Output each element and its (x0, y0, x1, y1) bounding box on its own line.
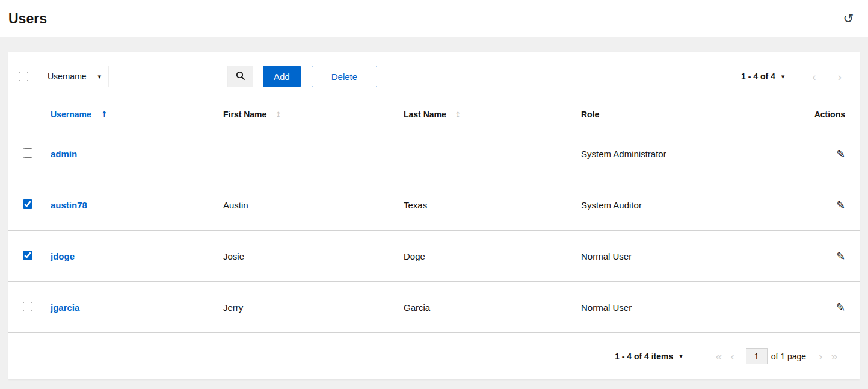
row-select-checkbox[interactable] (23, 148, 32, 158)
pencil-icon: ✎ (836, 199, 845, 211)
activity-history-button[interactable]: ↺ (843, 13, 854, 25)
column-header-username[interactable]: Username ↑ (51, 110, 223, 119)
angle-right-icon: › (838, 70, 842, 83)
angle-right-icon: › (819, 350, 822, 363)
column-header-last-name[interactable]: Last Name ↕ (404, 110, 581, 119)
filter-type-select[interactable]: Username ▾ (40, 66, 109, 87)
row-select-checkbox[interactable] (23, 199, 32, 209)
page-of-label: of 1 page (771, 352, 806, 361)
chevron-down-icon[interactable]: ▾ (781, 73, 785, 81)
first-name-cell: Josie (223, 251, 404, 261)
last-page-button[interactable]: » (826, 350, 842, 362)
first-name-cell: Jerry (223, 302, 404, 313)
list-toolbar: Username ▾ Add Delete 1 - 4 of 4 ▾ ‹ (8, 52, 860, 101)
column-header-actions: Actions (779, 110, 845, 119)
last-name-cell: Doge (404, 251, 581, 261)
username-link[interactable]: jgarcia (51, 302, 79, 313)
prev-page-button[interactable]: ‹ (808, 71, 819, 82)
pagination-summary: 1 - 4 of 4 (741, 72, 775, 81)
last-name-cell: Garcia (404, 302, 581, 313)
edit-user-button[interactable]: ✎ (836, 199, 845, 211)
column-label: Actions (814, 110, 845, 119)
search-button[interactable] (228, 66, 253, 87)
edit-user-button[interactable]: ✎ (836, 250, 845, 263)
column-header-first-name[interactable]: First Name ↕ (223, 110, 404, 119)
first-page-button[interactable]: « (712, 350, 727, 362)
chevron-down-icon[interactable]: ▾ (679, 352, 683, 360)
footer-pagination: 1 - 4 of 4 items ▾ « ‹ of 1 page › » (8, 333, 860, 379)
pencil-icon: ✎ (836, 148, 845, 160)
search-group (109, 66, 253, 87)
search-input[interactable] (109, 66, 228, 87)
sort-icon[interactable]: ↕ (275, 110, 282, 119)
column-header-role: Role (581, 110, 779, 119)
angle-left-icon: ‹ (730, 350, 734, 363)
chevron-down-icon: ▾ (97, 73, 101, 81)
pencil-icon: ✎ (836, 301, 845, 314)
history-icon: ↺ (843, 11, 854, 26)
page-nav: « ‹ of 1 page › » (712, 348, 842, 364)
angle-left-icon: ‹ (812, 70, 816, 83)
search-icon (236, 71, 245, 82)
table-row: jdoge Josie Doge Normal User ✎ (8, 231, 860, 282)
column-label: Username (51, 110, 91, 119)
filter-type-label: Username (48, 72, 87, 81)
table-row: austin78 Austin Texas System Auditor ✎ (8, 179, 860, 231)
column-label: Role (581, 110, 599, 119)
items-summary: 1 - 4 of 4 items (615, 352, 673, 361)
angle-double-right-icon: » (831, 350, 837, 363)
sort-icon[interactable]: ↕ (455, 110, 461, 119)
row-select-checkbox[interactable] (23, 251, 32, 260)
edit-user-button[interactable]: ✎ (836, 301, 845, 314)
pencil-icon: ✎ (836, 250, 845, 263)
current-page-input[interactable] (746, 348, 768, 364)
sort-ascending-icon: ↑ (101, 110, 108, 119)
row-select-checkbox[interactable] (23, 302, 32, 311)
first-name-cell: Austin (223, 200, 404, 210)
column-label: First Name (223, 110, 266, 119)
page-header: Users ↺ (0, 0, 868, 37)
angle-double-left-icon: « (716, 350, 722, 363)
role-cell: Normal User (581, 251, 779, 261)
page-title: Users (8, 11, 47, 27)
table-row: jgarcia Jerry Garcia Normal User ✎ (8, 282, 860, 333)
username-link[interactable]: admin (51, 149, 77, 159)
next-page-button[interactable]: › (814, 350, 826, 362)
add-button[interactable]: Add (263, 66, 301, 87)
role-cell: System Administrator (581, 149, 779, 159)
role-cell: Normal User (581, 302, 779, 313)
prev-page-button[interactable]: ‹ (726, 350, 738, 362)
role-cell: System Auditor (581, 200, 779, 210)
edit-user-button[interactable]: ✎ (836, 148, 845, 160)
select-all-checkbox[interactable] (19, 72, 28, 81)
toolbar-pagination: 1 - 4 of 4 ▾ ‹ › (741, 71, 845, 82)
next-page-button[interactable]: › (834, 71, 845, 82)
column-label: Last Name (404, 110, 446, 119)
username-link[interactable]: jdoge (51, 251, 75, 261)
table-header: Username ↑ First Name ↕ Last Name ↕ Role… (8, 101, 860, 128)
last-name-cell: Texas (404, 200, 581, 210)
table-row: admin System Administrator ✎ (8, 128, 860, 179)
users-list-card: Username ▾ Add Delete 1 - 4 of 4 ▾ ‹ (8, 52, 860, 379)
delete-button[interactable]: Delete (312, 66, 377, 87)
username-link[interactable]: austin78 (51, 200, 87, 210)
